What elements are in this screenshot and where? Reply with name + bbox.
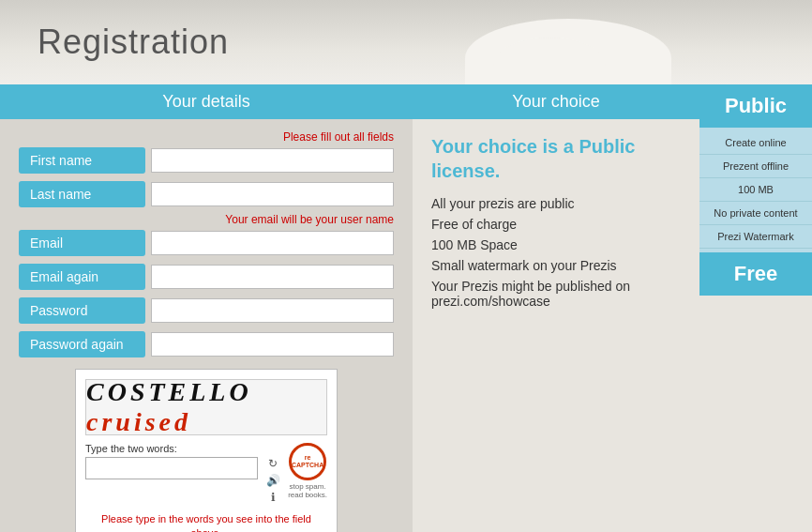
main-content: Your details Please fill out all fields … [0, 84, 812, 532]
recaptcha-badge: reCAPTCHA stop spam.read books. [288, 443, 327, 499]
your-details-header: Your details [0, 84, 413, 119]
your-choice-header: Your choice [413, 84, 699, 119]
public-feature-create-online: Create online [699, 131, 812, 155]
email-label: Email [19, 230, 145, 256]
captcha-audio-icon[interactable]: 🔊 [265, 473, 280, 488]
public-feature-no-private: No private content [699, 202, 812, 225]
captcha-footer-line1: Please type in the words you see into th… [86, 513, 327, 532]
public-feature-watermark: Prezi Watermark [699, 225, 812, 249]
choice-feature-3: 100 MB Space [431, 237, 681, 252]
choice-feature-4: Small watermark on your Prezis [431, 258, 681, 273]
password-again-input[interactable] [151, 332, 394, 357]
captcha-help-icon[interactable]: ℹ [265, 490, 280, 505]
captcha-refresh-icon[interactable]: ↻ [265, 456, 280, 471]
last-name-input[interactable] [151, 182, 394, 206]
first-name-label: First name [19, 147, 145, 174]
captcha-text: COSTELLO cruised [86, 379, 326, 435]
page-header: Registration [0, 0, 812, 84]
captcha-label: Type the two words: [85, 443, 258, 454]
email-again-input[interactable] [151, 265, 394, 289]
email-input[interactable] [151, 231, 394, 255]
recaptcha-tagline: stop spam.read books. [288, 482, 327, 499]
right-panel: Your choice Your choice is a Public lice… [413, 84, 812, 532]
captcha-word2: cruised [86, 407, 191, 435]
public-feature-storage: 100 MB [699, 178, 812, 202]
password-input[interactable] [151, 298, 394, 323]
email-again-row: Email again [19, 264, 394, 290]
email-row: Email [19, 230, 394, 256]
captcha-icon-buttons: ↻ 🔊 ℹ [265, 456, 280, 505]
last-name-label: Last name [19, 181, 145, 207]
captcha-image: COSTELLO cruised [85, 379, 327, 435]
public-features-list: Create online Prezent offline 100 MB No … [699, 128, 812, 252]
choice-feature-5: Your Prezis might be published on prezi.… [431, 279, 681, 309]
first-name-row: First name [19, 147, 394, 174]
your-choice-body: Your choice is a Public license. All you… [413, 119, 699, 329]
choice-feature-1: All your prezis are public [431, 196, 681, 211]
page-title: Registration [38, 23, 229, 62]
recaptcha-circle: reCAPTCHA [289, 443, 326, 480]
cloud-decoration [465, 19, 671, 84]
your-choice-panel: Your choice Your choice is a Public lice… [413, 84, 699, 532]
public-sidebar: Public Create online Prezent offline 100… [699, 84, 812, 532]
captcha-container: COSTELLO cruised Type the two words: ↻ 🔊… [75, 369, 338, 532]
captcha-footer: Please type in the words you see into th… [85, 512, 327, 532]
error-fill-all: Please fill out all fields [19, 130, 394, 144]
your-details-body: Please fill out all fields First name La… [0, 119, 413, 532]
public-price: Free [699, 252, 812, 296]
choice-title: Your choice is a Public license. [431, 134, 681, 183]
captcha-input[interactable] [85, 457, 258, 479]
public-title: Public [699, 84, 812, 128]
email-hint: Your email will be your user name [19, 213, 394, 226]
first-name-input[interactable] [151, 148, 394, 173]
public-feature-prezent-offline: Prezent offline [699, 155, 812, 178]
last-name-row: Last name [19, 181, 394, 207]
recaptcha-circle-text: reCAPTCHA [292, 454, 323, 468]
password-again-row: Password again [19, 331, 394, 357]
password-row: Password [19, 297, 394, 324]
password-again-label: Password again [19, 331, 145, 357]
email-again-label: Email again [19, 264, 145, 290]
choice-feature-2: Free of charge [431, 217, 681, 232]
captcha-input-area: Type the two words: [85, 443, 258, 479]
captcha-controls: Type the two words: ↻ 🔊 ℹ reCAPTCHA stop… [85, 443, 327, 505]
your-details-panel: Your details Please fill out all fields … [0, 84, 413, 532]
captcha-word1: COSTELLO [86, 379, 252, 406]
password-label: Password [19, 297, 145, 324]
